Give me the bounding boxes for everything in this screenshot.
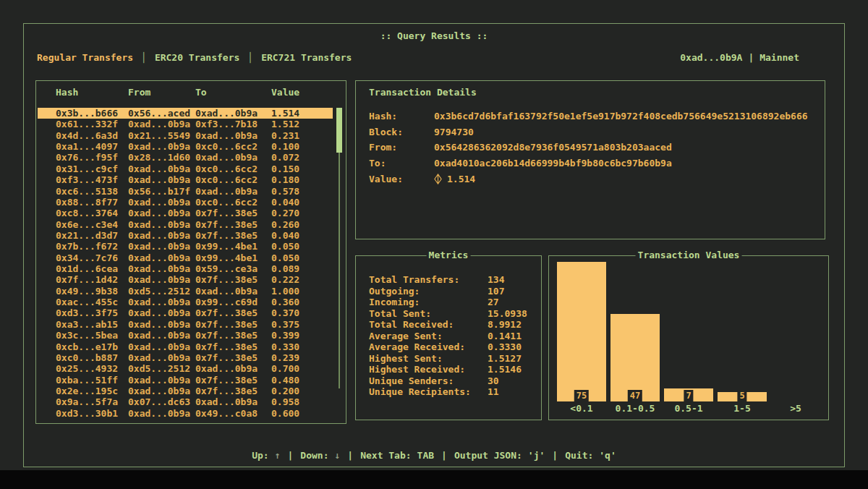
table-row[interactable]: 0x21...d3d70xad...0b9a0x7f...38e50.040 <box>38 230 333 241</box>
table-row[interactable]: 0xba...51ff0xad...0b9a0x7f...38e50.480 <box>38 375 333 386</box>
table-row[interactable]: 0xc6...51380x56...b17f0xad...0b9a0.578 <box>38 186 333 197</box>
table-row[interactable]: 0x7f...1d420xad...0b9a0x7f...38e50.222 <box>38 274 333 285</box>
column-header-hash: Hash <box>56 87 128 98</box>
table-cell: 0x3c...5bea <box>56 330 128 341</box>
table-cell: 0xad...0b9a <box>128 119 195 129</box>
table-cell: 0.260 <box>271 219 333 230</box>
table-row[interactable]: 0x6e...c3e40xad...0b9a0x7f...38e50.260 <box>38 219 333 230</box>
table-row[interactable]: 0xa3...ab150xad...0b9a0x7f...38e50.375 <box>38 319 333 330</box>
metric-value: 1.5146 <box>488 364 522 375</box>
detail-field: To:0xad4010ac206b14d66999b4bf9b80c6bc97b… <box>369 156 819 171</box>
table-row[interactable]: 0xc8...37640xad...0b9a0x7f...38e50.270 <box>38 208 333 218</box>
column-header-value: Value <box>271 87 333 98</box>
table-cell: 0xad...0b9a <box>128 375 195 386</box>
tab-separator: │ <box>141 52 147 63</box>
scrollbar-thumb[interactable] <box>336 108 342 153</box>
table-cell: 0xad...0b9a <box>195 108 271 119</box>
table-row[interactable]: 0x3c...5bea0xad...0b9a0x7f...38e50.399 <box>38 330 333 341</box>
table-row[interactable]: 0x61...332f0xad...0b9a0xf3...7b181.512 <box>38 119 333 129</box>
table-cell: 0x34...7c76 <box>56 252 128 263</box>
chart-bar-slot: 75 <box>555 261 608 401</box>
table-cell: 0xad...0b9a <box>128 208 195 218</box>
tab-regular-transfers[interactable]: Regular Transfers <box>37 52 133 63</box>
table-row[interactable]: 0x25...49320xd5...25120xad...0b9a0.700 <box>38 363 333 374</box>
table-cell: 0.399 <box>271 330 333 341</box>
table-row[interactable]: 0x34...7c760xad...0b9a0x99...4be10.050 <box>38 252 333 263</box>
table-row[interactable]: 0x1d...6cea0xad...0b9a0x59...ce3a0.089 <box>38 263 333 274</box>
table-row[interactable]: 0x31...c9cf0xad...0b9a0xc0...6cc20.150 <box>38 163 333 174</box>
table-row[interactable]: 0xa1...40970xad...0b9a0xc0...6cc20.100 <box>38 141 333 152</box>
transfers-table-panel: HashFromToValue 0x3b...b6660x56...aced0x… <box>35 80 346 424</box>
table-cell: 0x56...aced <box>128 108 195 119</box>
table-row[interactable]: 0xf3...473f0xad...0b9a0xc0...6cc20.180 <box>38 174 333 185</box>
table-cell: 0xad...0b9a <box>128 230 195 241</box>
table-cell: 0xba...51ff <box>56 375 128 386</box>
metric-label: Highest Received: <box>369 364 488 375</box>
detail-field: Hash:0x3b6cd7d6bfaf163792f50e1ef5e917b97… <box>369 109 819 124</box>
table-cell: 0x3b...b666 <box>56 108 128 119</box>
detail-label: Block: <box>369 124 434 140</box>
table-cell: 0x99...4be1 <box>195 252 271 263</box>
detail-value-text: 0x3b6cd7d6bfaf163792f50e1ef5e917b972f408… <box>434 109 808 124</box>
table-row[interactable]: 0x49...9b380xd5...25120xad...0b9a1.000 <box>38 286 333 297</box>
tab-erc721-transfers[interactable]: ERC721 Transfers <box>261 52 352 63</box>
table-row[interactable]: 0xac...455c0xad...0b9a0x99...c69d0.360 <box>38 297 333 307</box>
table-cell: 0.270 <box>271 208 333 218</box>
metric-value: 0.1411 <box>488 331 522 342</box>
table-cell: 0x25...4932 <box>56 363 128 374</box>
table-row[interactable]: 0x4d...6a3d0x21...55490xad...0b9a0.231 <box>38 130 333 141</box>
table-row[interactable]: 0x9a...5f7a0x07...dc630xad...0b9a0.958 <box>38 396 333 407</box>
top-bar: Regular Transfers│ERC20 Transfers│ERC721… <box>37 52 799 63</box>
tab-erc20-transfers[interactable]: ERC20 Transfers <box>155 52 239 63</box>
metric-value: 134 <box>488 274 504 286</box>
table-cell: 0x7b...f672 <box>56 241 128 252</box>
table-cell: 0xad...0b9a <box>128 319 195 330</box>
table-cell: 0xc0...6cc2 <box>195 163 271 174</box>
table-row[interactable]: 0x76...f95f0x28...1d600xad...0b9a0.072 <box>38 152 333 163</box>
table-cell: 0.330 <box>271 341 333 352</box>
metric-label: Total Sent: <box>369 308 488 320</box>
table-row[interactable]: 0xd3...30b10xad...0b9a0x49...c0a80.600 <box>38 408 333 419</box>
table-cell: 0.050 <box>271 241 333 252</box>
table-cell: 0xc0...6cc2 <box>195 174 271 185</box>
status-separator: | <box>288 450 294 461</box>
table-row[interactable]: 0xc0...b8870xad...0b9a0x7f...38e50.239 <box>38 352 333 363</box>
chart-bar-slot: 47 <box>608 261 662 401</box>
chart-bar-value: 75 <box>574 390 589 401</box>
table-row[interactable]: 0xcb...e17b0xad...0b9a0x7f...38e50.330 <box>38 341 333 352</box>
table-row[interactable]: 0x88...8f770xad...0b9a0xc0...6cc20.040 <box>38 197 333 208</box>
table-cell: 0xad...0b9a <box>128 341 195 352</box>
table-cell: 0x56...b17f <box>128 186 195 197</box>
table-cell: 0xad...0b9a <box>128 252 195 263</box>
table-row[interactable]: 0x2e...195c0xad...0b9a0x7f...38e50.200 <box>38 386 333 396</box>
chart-category-label: 0.5-1 <box>662 403 715 414</box>
table-cell: 0.040 <box>271 230 333 241</box>
table-row[interactable]: 0xd3...3f750xad...0b9a0x7f...38e50.370 <box>38 307 333 318</box>
table-cell: 0xad...0b9a <box>195 363 271 374</box>
tab-separator: │ <box>247 52 253 63</box>
table-cell: 0.180 <box>271 174 333 185</box>
metric-value: 107 <box>488 286 504 297</box>
metric-row: Total Sent:15.0938 <box>369 308 535 320</box>
table-cell: 0.360 <box>271 297 333 307</box>
chart-bar-slot <box>769 261 822 401</box>
metric-label: Incoming: <box>369 297 488 308</box>
metric-label: Total Transfers: <box>369 274 488 286</box>
table-row[interactable]: 0x3b...b6660x56...aced0xad...0b9a1.514 <box>38 108 333 119</box>
table-cell: 0.480 <box>271 375 333 386</box>
table-cell: 0xad...0b9a <box>128 174 195 185</box>
detail-value-text: 0x564286362092d8e7936f0549571a803b203aac… <box>434 140 672 156</box>
table-row[interactable]: 0x7b...f6720xad...0b9a0x99...4be10.050 <box>38 241 333 252</box>
detail-field: Value:1.514 <box>369 171 819 187</box>
table-cell: 0x9a...5f7a <box>56 396 128 407</box>
table-cell: 0xd5...2512 <box>128 286 195 297</box>
table-cell: 0xa1...4097 <box>56 141 128 152</box>
table-cell: 0.600 <box>271 408 333 419</box>
metric-label: Total Received: <box>369 319 488 331</box>
table-cell: 0x7f...38e5 <box>195 341 271 352</box>
table-cell: 0x31...c9cf <box>56 163 128 174</box>
chart-bar-value: 5 <box>737 390 746 401</box>
metric-label: Unique Senders: <box>369 375 488 387</box>
table-cell: 0xf3...7b18 <box>195 119 271 129</box>
status-hint-key: TAB <box>417 450 434 461</box>
